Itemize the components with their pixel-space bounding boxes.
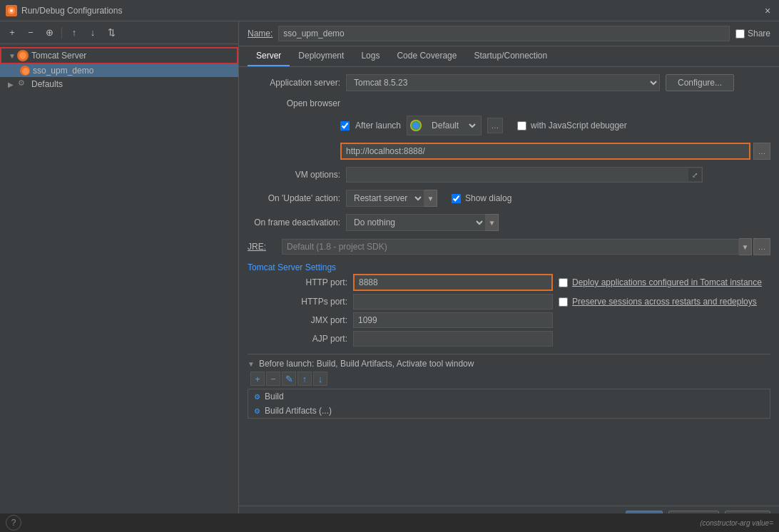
vm-input-wrapper: ⤢: [346, 167, 703, 183]
app-server-label: Application server:: [248, 78, 340, 88]
tree-item-sso-upm-demo[interactable]: sso_upm_demo: [0, 64, 238, 77]
ajp-port-input[interactable]: [353, 331, 553, 347]
open-browser-row: Open browser: [248, 98, 770, 108]
tab-server[interactable]: Server: [248, 46, 290, 66]
left-panel: + − ⊕ ↑ ↓ ⇅ ▼ Tomcat Server sso_upm_demo: [0, 21, 239, 532]
url-row: …: [340, 143, 770, 160]
bl-up-btn[interactable]: ↑: [297, 372, 312, 386]
browser-icon: [410, 120, 422, 131]
tabs-bar: Server Deployment Logs Code Coverage Sta…: [239, 46, 779, 67]
preserve-label: Preserve sessions across restarts and re…: [572, 297, 757, 307]
before-launch-toolbar: + − ✎ ↑ ↓: [250, 372, 770, 386]
tomcat-settings-title: Tomcat Server Settings: [248, 262, 770, 272]
preserve-checkbox[interactable]: [559, 297, 568, 307]
configure-button[interactable]: Configure...: [666, 74, 734, 91]
browser-more-btn[interactable]: …: [487, 118, 503, 133]
app-server-row: Application server: Tomcat 8.5.23 Config…: [248, 74, 770, 91]
browser-select-wrapper: Default Chrome Firefox: [407, 116, 482, 135]
tab-startup-connection[interactable]: Startup/Connection: [465, 46, 556, 66]
title-bar: Run/Debug Configurations ×: [0, 0, 779, 21]
name-input[interactable]: [278, 26, 730, 41]
app-server-select[interactable]: Tomcat 8.5.23: [346, 74, 660, 91]
tree-item-defaults[interactable]: ▶ ⚙ Defaults: [0, 77, 238, 91]
move-down-button[interactable]: ↓: [85, 25, 101, 41]
bl-remove-btn[interactable]: −: [266, 372, 280, 386]
tree-group-tomcat[interactable]: ▼ Tomcat Server: [0, 47, 238, 64]
close-button[interactable]: ×: [762, 5, 773, 16]
app-server-select-wrapper: Tomcat 8.5.23: [346, 74, 660, 91]
bl-item-artifacts[interactable]: ⚙ Build Artifacts (...): [248, 404, 770, 418]
tomcat-server-icon: [17, 50, 29, 61]
tree-label-defaults: Defaults: [31, 79, 63, 89]
jmx-port-input[interactable]: [353, 312, 553, 328]
content-area: Application server: Tomcat 8.5.23 Config…: [239, 67, 779, 506]
browser-select[interactable]: Default Chrome Firefox: [424, 118, 478, 133]
svg-point-2: [10, 9, 13, 12]
on-update-select[interactable]: Restart server Redeploy Do nothing: [346, 190, 424, 207]
status-bar: ? ⟨constructor-arg value=: [0, 513, 779, 532]
jre-row: JRE: ▼ …: [248, 238, 770, 255]
url-expand-btn[interactable]: …: [753, 143, 770, 160]
build-icon: ⚙: [254, 393, 260, 401]
jre-input[interactable]: [282, 239, 739, 255]
deploy-checkbox[interactable]: [559, 278, 568, 287]
vm-options-row: VM options: ⤢: [248, 167, 770, 183]
window-title: Run/Debug Configurations: [21, 6, 762, 16]
tomcat-settings-section: Tomcat Server Settings HTTP port: Deploy…: [248, 262, 770, 347]
on-frame-dropdown-arrow[interactable]: ▼: [486, 214, 499, 231]
js-debugger-row: with JavaScript debugger: [517, 121, 627, 131]
vm-options-label: VM options:: [248, 170, 340, 180]
preserve-check-area: Preserve sessions across restarts and re…: [559, 297, 770, 307]
tab-logs[interactable]: Logs: [352, 46, 388, 66]
main-layout: + − ⊕ ↑ ↓ ⇅ ▼ Tomcat Server sso_upm_demo: [0, 21, 779, 532]
jre-label: JRE:: [248, 242, 276, 252]
copy-config-button[interactable]: ⊕: [41, 25, 57, 41]
on-frame-select[interactable]: Do nothing Update classes and resources …: [346, 214, 486, 231]
vm-options-input[interactable]: [346, 167, 703, 183]
remove-config-button[interactable]: −: [23, 25, 39, 41]
on-update-row: On 'Update' action: Restart server Redep…: [248, 190, 770, 207]
on-frame-label: On frame deactivation:: [248, 218, 340, 227]
after-launch-checkbox[interactable]: [340, 121, 350, 131]
deploy-check-area: Deploy applications configured in Tomcat…: [559, 277, 770, 287]
defaults-icon: ⚙: [18, 78, 29, 90]
url-input[interactable]: [340, 143, 750, 160]
jre-dropdown-arrow[interactable]: ▼: [739, 238, 752, 255]
vm-expand-btn[interactable]: ⤢: [688, 168, 701, 181]
add-config-button[interactable]: +: [4, 25, 20, 41]
after-launch-row: After launch Default Chrome Firefox … wi…: [340, 116, 770, 135]
tree-expand-defaults[interactable]: ▶: [6, 79, 16, 89]
left-toolbar: + − ⊕ ↑ ↓ ⇅: [0, 21, 238, 44]
on-update-dropdown-arrow[interactable]: ▼: [424, 190, 437, 207]
bl-item-artifacts-label: Build Artifacts (...): [265, 406, 332, 416]
http-port-input[interactable]: [353, 274, 553, 291]
right-panel: Name: Share Server Deployment Logs Code …: [239, 21, 779, 532]
jre-select-wrapper: ▼ …: [282, 238, 770, 255]
tab-code-coverage[interactable]: Code Coverage: [388, 46, 465, 66]
move-up-button[interactable]: ↑: [66, 25, 82, 41]
bl-edit-btn[interactable]: ✎: [282, 372, 296, 386]
tab-deployment[interactable]: Deployment: [290, 46, 352, 66]
https-port-input[interactable]: [353, 294, 553, 310]
jmx-port-label: JMX port:: [262, 315, 347, 325]
tomcat-child-icon: [20, 66, 30, 76]
tree-expand-tomcat[interactable]: ▼: [7, 51, 17, 61]
ajp-port-label: AJP port:: [262, 334, 347, 344]
bottom-watermark: ⟨constructor-arg value=: [699, 519, 773, 527]
bl-item-build[interactable]: ⚙ Build: [248, 389, 770, 404]
port-grid: HTTP port: Deploy applications configure…: [262, 274, 770, 347]
show-dialog-checkbox[interactable]: [452, 194, 461, 203]
on-update-label: On 'Update' action:: [248, 193, 340, 203]
config-tree: ▼ Tomcat Server sso_upm_demo ▶ ⚙ Default…: [0, 44, 238, 532]
name-label: Name:: [248, 29, 273, 39]
before-launch-expand[interactable]: ▼: [248, 360, 255, 368]
on-frame-row: On frame deactivation: Do nothing Update…: [248, 214, 770, 231]
jre-more-btn[interactable]: …: [753, 238, 770, 255]
show-dialog-label: Show dialog: [465, 193, 511, 203]
bl-add-btn[interactable]: +: [250, 372, 265, 386]
bl-down-btn[interactable]: ↓: [313, 372, 327, 386]
share-checkbox[interactable]: [735, 29, 745, 39]
sort-button[interactable]: ⇅: [103, 25, 119, 41]
js-debugger-checkbox[interactable]: [517, 121, 526, 131]
help-button[interactable]: ?: [6, 515, 21, 531]
